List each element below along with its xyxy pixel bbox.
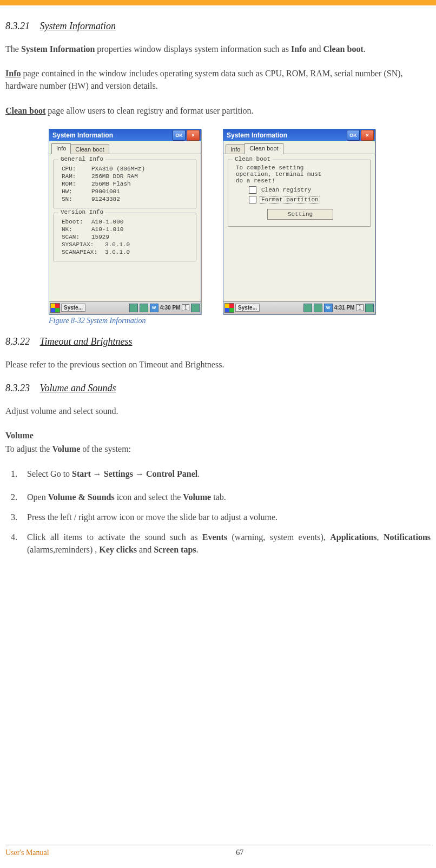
text: icon and select the [115, 492, 183, 502]
figure-row: System Information OK × Info Clean boot … [49, 129, 431, 314]
heading-8-3-23: 8.3.23 Volume and Sounds [5, 383, 431, 394]
checkbox-row: Format partition [249, 196, 365, 203]
close-button[interactable]: × [361, 130, 374, 141]
tray-icon[interactable] [129, 304, 138, 312]
groupbox-clean-boot: Clean boot To complete setting operation… [228, 160, 371, 227]
setting-button[interactable]: Setting [267, 209, 333, 220]
tray-icon[interactable] [314, 304, 322, 312]
text-bold: Volume [5, 431, 34, 440]
list-item: Click all items to activate the sound su… [19, 531, 431, 556]
tray-icon-word[interactable]: W [324, 304, 333, 312]
tray-icon[interactable] [140, 304, 148, 312]
text-bold: Events [202, 532, 227, 542]
checkbox-label: Clean registry [260, 186, 313, 194]
label: ROM: [62, 181, 91, 187]
groupbox-legend: General Info [58, 156, 105, 162]
tray-icon[interactable] [365, 304, 374, 312]
value: 256MB Flash [91, 181, 131, 187]
text-bold-underline: Info [5, 69, 21, 78]
value: PXA310 (806MHz) [91, 166, 145, 172]
close-button[interactable]: × [187, 130, 200, 141]
ok-button[interactable]: OK [173, 130, 186, 141]
subheading-volume: Volume [5, 429, 431, 442]
keyboard-indicator[interactable]: 1 [356, 304, 364, 311]
text: tab. [211, 492, 226, 502]
label: RAM: [62, 173, 91, 180]
keyboard-indicator[interactable]: 1 [182, 304, 189, 311]
paragraph: Adjust volume and select sound. [5, 405, 431, 417]
heading-title: Volume and Sounds [40, 383, 116, 393]
label: HW: [62, 188, 91, 195]
text-bold: Settings [104, 469, 133, 478]
text-bold: Volume [52, 444, 80, 453]
label: SYSAPIAX: [62, 241, 105, 248]
text: page contained in the window includes op… [5, 69, 403, 90]
checkbox-row: Clean registry [249, 186, 365, 194]
text: , [376, 532, 383, 542]
tab-clean-boot[interactable]: Clean boot [70, 144, 109, 154]
window-title: System Information [52, 131, 171, 139]
tab-bar: Info Clean boot [49, 141, 201, 154]
list-item: Select Go to Start → Settings → Control … [19, 468, 431, 480]
start-icon[interactable] [224, 303, 234, 313]
page-number: 67 [49, 849, 431, 857]
label: SN: [62, 196, 91, 202]
text: . [364, 44, 366, 54]
text-bold-underline: Clean boot [5, 106, 45, 115]
message-line: operation, terminal must [236, 171, 365, 177]
value: 3.0.1.0 [105, 249, 130, 255]
text-bold: Notifications [384, 532, 431, 542]
text: (alarms,reminders) , [27, 545, 99, 554]
text: properties window displays system inform… [95, 44, 291, 54]
window-titlebar: System Information OK × [223, 129, 375, 141]
text: Open [27, 492, 48, 502]
screenshot-sysinfo-cleanboot: System Information OK × Info Clean boot … [223, 129, 375, 314]
tab-clean-boot[interactable]: Clean boot [245, 143, 283, 154]
message-line: do a reset! [236, 177, 365, 184]
message-line: To complete setting [236, 165, 365, 171]
groupbox-legend: Clean boot [233, 156, 273, 162]
value: A10-1.010 [91, 226, 123, 233]
checkbox-clean-registry[interactable] [249, 186, 256, 194]
tray-icon-word[interactable]: W [150, 304, 158, 312]
tray-icon[interactable] [191, 304, 200, 312]
footer-rule [5, 845, 431, 845]
checkbox-format-partition[interactable] [249, 196, 256, 203]
paragraph: The System Information properties window… [5, 43, 431, 55]
taskbar-app-button[interactable]: Syste... [61, 304, 85, 312]
value: 3.0.1.0 [105, 241, 130, 248]
text-bold: Clean boot [323, 44, 364, 54]
window-titlebar: System Information OK × [49, 129, 201, 141]
tab-info[interactable]: Info [226, 144, 245, 154]
ok-button[interactable]: OK [347, 130, 360, 141]
heading-number: 8.3.21 [5, 21, 30, 32]
heading-title: Timeout and Brightness [40, 336, 133, 347]
tab-info[interactable]: Info [51, 143, 71, 154]
taskbar-app-button[interactable]: Syste... [235, 304, 260, 312]
text: . [196, 545, 199, 554]
start-icon[interactable] [50, 303, 60, 313]
text: Select Go to [27, 469, 72, 478]
text-bold: Start [72, 469, 91, 478]
taskbar: Syste... W 4:30 PM 1 [49, 301, 201, 314]
text: and [306, 44, 323, 54]
screenshot-sysinfo-info: System Information OK × Info Clean boot … [49, 129, 201, 314]
window-title: System Information [227, 131, 346, 139]
tray-icon[interactable] [303, 304, 312, 312]
checkbox-label: Format partition [260, 196, 320, 203]
text-bold: Key clicks [99, 545, 137, 554]
system-tray: W 4:31 PM 1 [303, 304, 374, 312]
ordered-list: Select Go to Start → Settings → Control … [5, 468, 431, 556]
paragraph: Info page contained in the window includ… [5, 67, 431, 92]
text-bold: Screen taps [154, 545, 196, 554]
text: The [5, 44, 21, 54]
value: A10-1.000 [91, 219, 123, 225]
window-body: Clean boot To complete setting operation… [223, 154, 375, 301]
list-item: Open Volume & Sounds icon and select the… [19, 491, 431, 503]
text: page allow users to clean registry and f… [45, 106, 253, 115]
taskbar: Syste... W 4:31 PM 1 [223, 301, 375, 314]
footer-left-text: User's Manual [5, 849, 49, 857]
value: 15929 [91, 234, 109, 240]
text-bold: Volume & Sounds [48, 492, 115, 502]
label: CPU: [62, 166, 91, 172]
